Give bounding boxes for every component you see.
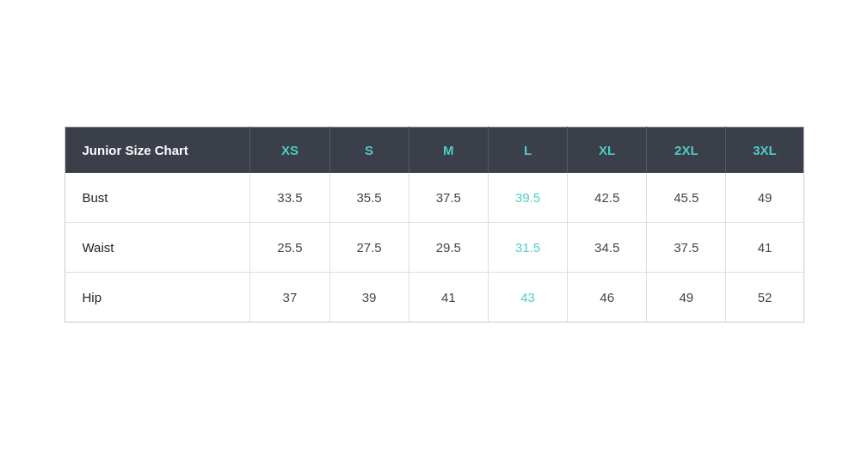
header-2xl: 2XL — [647, 127, 726, 174]
hip-s: 39 — [329, 273, 409, 323]
header-xs: XS — [250, 127, 329, 174]
waist-label: Waist — [65, 223, 250, 273]
hip-xl: 46 — [568, 273, 647, 323]
table-row: Bust 33.5 35.5 37.5 39.5 42.5 45.5 49 — [65, 173, 803, 223]
hip-label: Hip — [65, 273, 250, 323]
bust-3xl: 49 — [726, 173, 803, 223]
hip-m: 41 — [409, 273, 488, 323]
size-chart-container: Junior Size Chart XS S M L XL 2XL 3XL Bu… — [65, 126, 804, 323]
waist-2xl: 37.5 — [647, 223, 726, 273]
table-row: Waist 25.5 27.5 29.5 31.5 34.5 37.5 41 — [65, 223, 803, 273]
waist-m: 29.5 — [409, 223, 488, 273]
waist-l: 31.5 — [488, 223, 567, 273]
waist-3xl: 41 — [726, 223, 803, 273]
table-row: Hip 37 39 41 43 46 49 52 — [65, 273, 803, 323]
size-chart-table: Junior Size Chart XS S M L XL 2XL 3XL Bu… — [65, 126, 804, 323]
hip-xs: 37 — [250, 273, 329, 323]
table-header-row: Junior Size Chart XS S M L XL 2XL 3XL — [65, 127, 803, 174]
bust-xs: 33.5 — [250, 173, 329, 223]
bust-s: 35.5 — [329, 173, 409, 223]
bust-l: 39.5 — [488, 173, 567, 223]
header-3xl: 3XL — [726, 127, 803, 174]
hip-3xl: 52 — [726, 273, 803, 323]
bust-2xl: 45.5 — [647, 173, 726, 223]
table-title-header: Junior Size Chart — [65, 127, 250, 174]
header-l: L — [488, 127, 567, 174]
header-s: S — [329, 127, 409, 174]
bust-m: 37.5 — [409, 173, 488, 223]
waist-xl: 34.5 — [568, 223, 647, 273]
header-xl: XL — [568, 127, 647, 174]
hip-l: 43 — [488, 273, 567, 323]
header-m: M — [409, 127, 488, 174]
bust-label: Bust — [65, 173, 250, 223]
waist-xs: 25.5 — [250, 223, 329, 273]
hip-2xl: 49 — [647, 273, 726, 323]
bust-xl: 42.5 — [568, 173, 647, 223]
waist-s: 27.5 — [329, 223, 409, 273]
